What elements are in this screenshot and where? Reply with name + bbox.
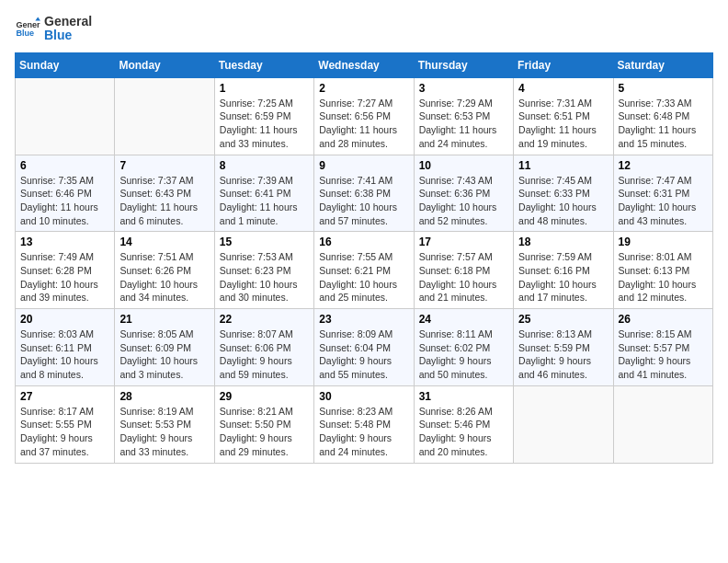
svg-text:General: General [16, 20, 40, 29]
day-number: 13 [20, 236, 109, 248]
day-info: Sunrise: 8:26 AM Sunset: 5:46 PM Dayligh… [419, 405, 508, 459]
day-number: 5 [619, 82, 708, 95]
day-number: 7 [119, 159, 209, 172]
calendar-cell: 17Sunrise: 7:57 AM Sunset: 6:18 PM Dayli… [414, 232, 513, 309]
calendar-cell: 7Sunrise: 7:37 AM Sunset: 6:43 PM Daylig… [115, 155, 214, 232]
calendar-cell: 24Sunrise: 8:11 AM Sunset: 6:02 PM Dayli… [414, 309, 513, 386]
day-number: 1 [220, 82, 309, 95]
calendar-cell: 31Sunrise: 8:26 AM Sunset: 5:46 PM Dayli… [414, 385, 513, 463]
day-number: 21 [119, 313, 209, 326]
calendar-cell: 25Sunrise: 8:13 AM Sunset: 5:59 PM Dayli… [514, 309, 613, 386]
day-info: Sunrise: 7:27 AM Sunset: 6:56 PM Dayligh… [319, 97, 408, 151]
calendar-cell: 21Sunrise: 8:05 AM Sunset: 6:09 PM Dayli… [115, 309, 214, 386]
day-info: Sunrise: 7:59 AM Sunset: 6:16 PM Dayligh… [518, 250, 608, 304]
day-info: Sunrise: 8:03 AM Sunset: 6:11 PM Dayligh… [20, 327, 109, 382]
day-number: 14 [119, 236, 209, 248]
day-number: 17 [419, 236, 508, 248]
calendar-cell: 28Sunrise: 8:19 AM Sunset: 5:53 PM Dayli… [115, 385, 214, 463]
calendar-cell: 10Sunrise: 7:43 AM Sunset: 6:36 PM Dayli… [414, 155, 513, 232]
day-number: 8 [220, 159, 309, 172]
calendar-cell: 22Sunrise: 8:07 AM Sunset: 6:06 PM Dayli… [214, 309, 313, 386]
day-info: Sunrise: 7:35 AM Sunset: 6:46 PM Dayligh… [20, 174, 109, 228]
day-number: 4 [518, 82, 608, 95]
day-number: 12 [619, 159, 708, 172]
calendar-cell: 8Sunrise: 7:39 AM Sunset: 6:41 PM Daylig… [214, 155, 313, 232]
day-number: 16 [319, 236, 408, 248]
calendar-week-row: 6Sunrise: 7:35 AM Sunset: 6:46 PM Daylig… [16, 155, 713, 232]
day-info: Sunrise: 7:25 AM Sunset: 6:59 PM Dayligh… [220, 97, 309, 151]
page-header: General Blue General Blue [15, 15, 713, 43]
calendar-cell: 30Sunrise: 8:23 AM Sunset: 5:48 PM Dayli… [314, 385, 414, 463]
calendar-cell: 6Sunrise: 7:35 AM Sunset: 6:46 PM Daylig… [16, 155, 115, 232]
calendar-cell: 2Sunrise: 7:27 AM Sunset: 6:56 PM Daylig… [314, 77, 414, 155]
weekday-header: Tuesday [214, 52, 313, 77]
weekday-header: Thursday [414, 52, 513, 77]
day-info: Sunrise: 7:39 AM Sunset: 6:41 PM Dayligh… [220, 174, 309, 228]
svg-marker-2 [35, 17, 40, 21]
day-info: Sunrise: 8:07 AM Sunset: 6:06 PM Dayligh… [220, 327, 309, 382]
logo: General Blue General Blue [15, 15, 92, 43]
logo-blue-text: Blue [44, 29, 92, 42]
day-number: 22 [220, 313, 309, 326]
calendar-header-row: SundayMondayTuesdayWednesdayThursdayFrid… [16, 52, 713, 77]
day-info: Sunrise: 7:41 AM Sunset: 6:38 PM Dayligh… [319, 174, 408, 228]
day-info: Sunrise: 7:33 AM Sunset: 6:48 PM Dayligh… [619, 97, 708, 151]
logo-icon: General Blue [15, 16, 40, 41]
day-info: Sunrise: 7:29 AM Sunset: 6:53 PM Dayligh… [419, 97, 508, 151]
calendar-cell: 29Sunrise: 8:21 AM Sunset: 5:50 PM Dayli… [214, 385, 313, 463]
calendar-cell: 27Sunrise: 8:17 AM Sunset: 5:55 PM Dayli… [16, 385, 115, 463]
calendar-cell: 20Sunrise: 8:03 AM Sunset: 6:11 PM Dayli… [16, 309, 115, 386]
calendar-week-row: 27Sunrise: 8:17 AM Sunset: 5:55 PM Dayli… [16, 385, 713, 463]
day-info: Sunrise: 8:21 AM Sunset: 5:50 PM Dayligh… [220, 405, 309, 459]
day-number: 18 [518, 236, 608, 248]
calendar-cell [115, 77, 214, 155]
day-info: Sunrise: 7:49 AM Sunset: 6:28 PM Dayligh… [20, 250, 109, 304]
day-number: 28 [119, 390, 209, 403]
day-number: 26 [619, 313, 708, 326]
day-info: Sunrise: 7:47 AM Sunset: 6:31 PM Dayligh… [619, 174, 708, 228]
day-info: Sunrise: 7:37 AM Sunset: 6:43 PM Dayligh… [119, 174, 209, 228]
day-number: 20 [20, 313, 109, 326]
day-info: Sunrise: 8:01 AM Sunset: 6:13 PM Dayligh… [619, 250, 708, 304]
day-number: 25 [518, 313, 608, 326]
calendar-week-row: 20Sunrise: 8:03 AM Sunset: 6:11 PM Dayli… [16, 309, 713, 386]
weekday-header: Monday [115, 52, 214, 77]
calendar-cell: 23Sunrise: 8:09 AM Sunset: 6:04 PM Dayli… [314, 309, 414, 386]
day-info: Sunrise: 7:43 AM Sunset: 6:36 PM Dayligh… [419, 174, 508, 228]
calendar-cell: 14Sunrise: 7:51 AM Sunset: 6:26 PM Dayli… [115, 232, 214, 309]
day-number: 24 [419, 313, 508, 326]
weekday-header: Saturday [613, 52, 712, 77]
calendar-cell: 12Sunrise: 7:47 AM Sunset: 6:31 PM Dayli… [613, 155, 712, 232]
calendar-cell: 3Sunrise: 7:29 AM Sunset: 6:53 PM Daylig… [414, 77, 513, 155]
day-number: 19 [619, 236, 708, 248]
day-number: 27 [20, 390, 109, 403]
calendar-cell: 9Sunrise: 7:41 AM Sunset: 6:38 PM Daylig… [314, 155, 414, 232]
day-number: 23 [319, 313, 408, 326]
day-info: Sunrise: 7:55 AM Sunset: 6:21 PM Dayligh… [319, 250, 408, 304]
calendar-cell: 13Sunrise: 7:49 AM Sunset: 6:28 PM Dayli… [16, 232, 115, 309]
calendar-cell: 19Sunrise: 8:01 AM Sunset: 6:13 PM Dayli… [613, 232, 712, 309]
weekday-header: Sunday [16, 52, 115, 77]
calendar-cell [613, 385, 712, 463]
day-info: Sunrise: 7:53 AM Sunset: 6:23 PM Dayligh… [220, 250, 309, 304]
day-number: 11 [518, 159, 608, 172]
calendar-cell: 18Sunrise: 7:59 AM Sunset: 6:16 PM Dayli… [514, 232, 613, 309]
calendar-cell: 1Sunrise: 7:25 AM Sunset: 6:59 PM Daylig… [214, 77, 313, 155]
calendar-week-row: 13Sunrise: 7:49 AM Sunset: 6:28 PM Dayli… [16, 232, 713, 309]
day-number: 2 [319, 82, 408, 95]
day-info: Sunrise: 8:19 AM Sunset: 5:53 PM Dayligh… [119, 405, 209, 459]
day-info: Sunrise: 7:45 AM Sunset: 6:33 PM Dayligh… [518, 174, 608, 228]
day-info: Sunrise: 7:31 AM Sunset: 6:51 PM Dayligh… [518, 97, 608, 151]
day-info: Sunrise: 8:23 AM Sunset: 5:48 PM Dayligh… [319, 405, 408, 459]
calendar-cell: 26Sunrise: 8:15 AM Sunset: 5:57 PM Dayli… [613, 309, 712, 386]
day-info: Sunrise: 8:11 AM Sunset: 6:02 PM Dayligh… [419, 327, 508, 382]
day-number: 6 [20, 159, 109, 172]
day-info: Sunrise: 8:13 AM Sunset: 5:59 PM Dayligh… [518, 327, 608, 382]
day-info: Sunrise: 8:15 AM Sunset: 5:57 PM Dayligh… [619, 327, 708, 382]
calendar-cell: 4Sunrise: 7:31 AM Sunset: 6:51 PM Daylig… [514, 77, 613, 155]
day-number: 10 [419, 159, 508, 172]
day-info: Sunrise: 7:51 AM Sunset: 6:26 PM Dayligh… [119, 250, 209, 304]
day-info: Sunrise: 7:57 AM Sunset: 6:18 PM Dayligh… [419, 250, 508, 304]
calendar-cell [514, 385, 613, 463]
day-number: 29 [220, 390, 309, 403]
